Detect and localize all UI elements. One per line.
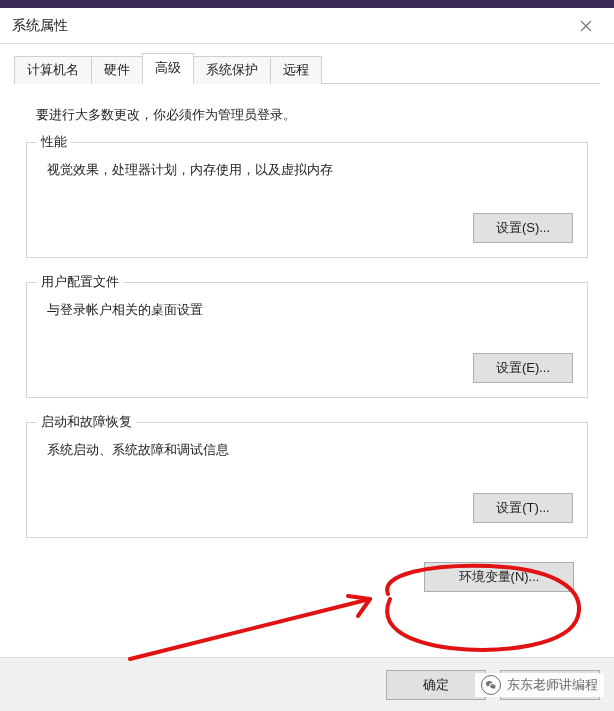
tab-system-protection[interactable]: 系统保护 <box>193 56 271 84</box>
tab-advanced[interactable]: 高级 <box>142 53 194 84</box>
group-user-profiles-legend: 用户配置文件 <box>37 273 123 291</box>
admin-note: 要进行大多数更改，你必须作为管理员登录。 <box>36 106 588 124</box>
group-performance-desc: 视觉效果，处理器计划，内存使用，以及虚拟内存 <box>47 161 573 179</box>
group-user-profiles-desc: 与登录帐户相关的桌面设置 <box>47 301 573 319</box>
performance-settings-button[interactable]: 设置(S)... <box>473 213 573 243</box>
watermark: 东东老师讲编程 <box>475 673 604 697</box>
close-icon <box>580 20 592 32</box>
watermark-text: 东东老师讲编程 <box>507 676 598 694</box>
tab-computer-name[interactable]: 计算机名 <box>14 56 92 84</box>
startup-recovery-settings-button[interactable]: 设置(T)... <box>473 493 573 523</box>
ok-button[interactable]: 确定 <box>386 670 486 700</box>
tab-hardware[interactable]: 硬件 <box>91 56 143 84</box>
group-startup-recovery-legend: 启动和故障恢复 <box>37 413 136 431</box>
close-button[interactable] <box>564 8 608 44</box>
group-startup-recovery: 启动和故障恢复 系统启动、系统故障和调试信息 设置(T)... <box>26 422 588 538</box>
group-startup-recovery-desc: 系统启动、系统故障和调试信息 <box>47 441 573 459</box>
wechat-icon <box>481 675 501 695</box>
environment-variables-button[interactable]: 环境变量(N)... <box>424 562 574 592</box>
group-performance-legend: 性能 <box>37 133 71 151</box>
tab-remote[interactable]: 远程 <box>270 56 322 84</box>
window-title: 系统属性 <box>12 17 68 35</box>
dialog-body: 计算机名 硬件 高级 系统保护 远程 要进行大多数更改，你必须作为管理员登录。 … <box>0 44 614 711</box>
tab-content-advanced: 要进行大多数更改，你必须作为管理员登录。 性能 视觉效果，处理器计划，内存使用，… <box>14 84 600 592</box>
user-profiles-settings-button[interactable]: 设置(E)... <box>473 353 573 383</box>
group-user-profiles: 用户配置文件 与登录帐户相关的桌面设置 设置(E)... <box>26 282 588 398</box>
titlebar: 系统属性 <box>0 8 614 44</box>
tabstrip: 计算机名 硬件 高级 系统保护 远程 <box>14 56 600 84</box>
group-performance: 性能 视觉效果，处理器计划，内存使用，以及虚拟内存 设置(S)... <box>26 142 588 258</box>
window-top-border <box>0 0 614 8</box>
